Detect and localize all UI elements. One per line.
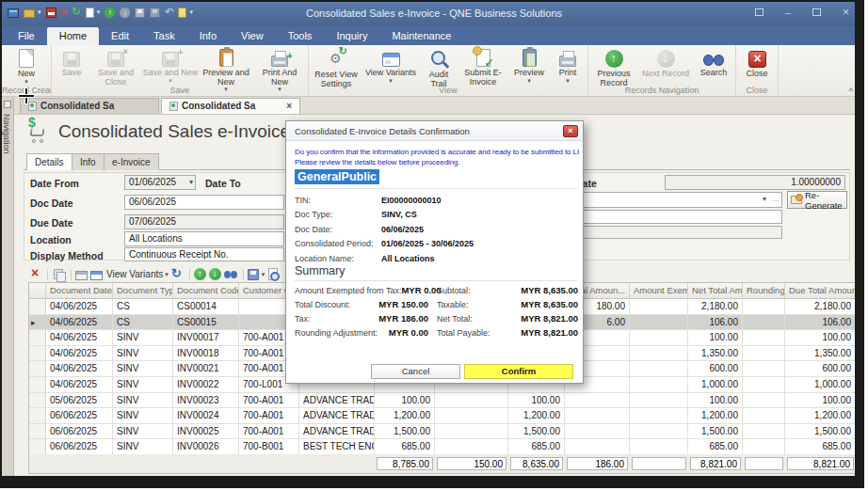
grid-cell[interactable] bbox=[743, 408, 785, 424]
tab-close-icon[interactable]: × bbox=[286, 101, 292, 111]
location-input[interactable]: All Locations bbox=[124, 231, 284, 246]
grid-cell[interactable] bbox=[435, 424, 508, 440]
grid-cell[interactable]: 685.00 bbox=[375, 439, 435, 455]
grid-cell[interactable] bbox=[743, 439, 785, 455]
grid-cell[interactable]: ADVANCE TRADING... bbox=[299, 424, 375, 440]
delete-icon[interactable]: × bbox=[61, 6, 68, 18]
grid-cell[interactable]: 1,500.00 bbox=[375, 424, 435, 440]
tab-inquiry[interactable]: Inquiry bbox=[324, 27, 379, 45]
grid-cell[interactable]: 685.00 bbox=[688, 439, 743, 455]
grid-cell[interactable]: SINV bbox=[113, 408, 173, 424]
grid-cell[interactable]: SINV bbox=[113, 361, 173, 377]
grid-cell[interactable] bbox=[743, 315, 785, 331]
grid-cell[interactable]: 04/06/2025 bbox=[46, 346, 113, 362]
grid-cell[interactable] bbox=[743, 393, 785, 409]
reset-view-settings-button[interactable]: Reset View Settings bbox=[311, 47, 362, 88]
tab-details[interactable]: Details bbox=[26, 153, 72, 170]
grid-cell[interactable]: 1,500.00 bbox=[508, 424, 565, 440]
preview-button[interactable]: Preview ▾ bbox=[508, 47, 550, 84]
grid-cell[interactable]: 685.00 bbox=[785, 439, 856, 455]
grid-cell[interactable] bbox=[630, 346, 688, 362]
grid-row[interactable]: 06/06/2025SINVINV00024700-A001ADVANCE TR… bbox=[29, 408, 856, 424]
date-from-input[interactable]: 01/06/2025▾ bbox=[124, 175, 196, 190]
grid-cell[interactable]: SINV bbox=[113, 439, 173, 455]
grid-cell[interactable]: SINV bbox=[113, 330, 173, 346]
grid-cell[interactable]: INV00026 bbox=[173, 439, 239, 455]
grid-cell[interactable] bbox=[565, 408, 630, 424]
print-preview-icon[interactable] bbox=[268, 268, 278, 280]
refresh-icon[interactable] bbox=[170, 268, 185, 281]
grid-cell[interactable] bbox=[630, 393, 688, 409]
grid-cell[interactable]: SINV bbox=[113, 424, 173, 440]
grid-cell[interactable]: 06/06/2025 bbox=[46, 424, 113, 440]
grid-cell[interactable]: 06/06/2025 bbox=[46, 408, 113, 424]
document-tab[interactable]: Consolidated Sa bbox=[20, 98, 159, 114]
close-button[interactable]: Close bbox=[738, 47, 776, 79]
grid-cell[interactable]: 1,200.00 bbox=[785, 408, 856, 424]
previous-record-button[interactable]: Previous Record bbox=[590, 47, 637, 87]
grid-header-cell[interactable]: Rounding... bbox=[743, 283, 785, 299]
grid-cell[interactable]: 685.00 bbox=[508, 439, 565, 455]
grid-cell[interactable] bbox=[743, 330, 785, 346]
grid-cell[interactable]: INV00025 bbox=[173, 424, 239, 440]
display-method-input[interactable]: Continuous Receipt No. bbox=[124, 247, 284, 261]
grid-cell[interactable] bbox=[435, 439, 508, 455]
chevron-down-icon[interactable]: ▾ bbox=[97, 8, 101, 16]
grid-cell[interactable] bbox=[435, 393, 508, 409]
new-document-icon[interactable] bbox=[86, 8, 94, 18]
grid-cell[interactable] bbox=[565, 393, 630, 409]
grid-cell[interactable]: 106.00 bbox=[688, 315, 743, 331]
grid-cell[interactable]: SINV bbox=[113, 377, 173, 393]
grid-header-cell[interactable]: Document Type bbox=[113, 283, 173, 299]
grid-cell[interactable] bbox=[743, 424, 785, 440]
previous-record-icon[interactable]: ↑ bbox=[104, 8, 115, 18]
grid-cell[interactable]: SINV bbox=[113, 393, 173, 409]
doc-date-input[interactable]: 06/06/2025 bbox=[124, 195, 284, 210]
grid-cell[interactable]: 600.00 bbox=[785, 361, 856, 377]
open-icon[interactable] bbox=[24, 9, 35, 18]
grid-header-cell[interactable]: Due Total Amount... bbox=[785, 283, 856, 299]
tab-edit[interactable]: Edit bbox=[99, 27, 141, 45]
view-variants-button[interactable]: View Variants ▾ bbox=[362, 47, 420, 84]
undo-icon[interactable]: ↶ bbox=[165, 6, 173, 18]
grid-cell[interactable] bbox=[630, 408, 688, 424]
print-button[interactable]: Print ▾ bbox=[550, 47, 586, 84]
grid-cell[interactable] bbox=[565, 439, 630, 455]
grid-cell[interactable] bbox=[435, 408, 508, 424]
grid-row[interactable]: 06/06/2025SINVINV00026700-B001BEST TECH … bbox=[29, 439, 856, 455]
grid-cell[interactable]: 04/06/2025 bbox=[46, 330, 113, 346]
grid-cell[interactable]: 100.00 bbox=[785, 393, 856, 409]
grid-cell[interactable]: 1,200.00 bbox=[508, 408, 565, 424]
grid-cell[interactable]: 04/06/2025 bbox=[46, 361, 113, 377]
ribbon-collapse-icon[interactable]: ^ bbox=[849, 87, 853, 96]
grid-cell[interactable] bbox=[743, 361, 785, 377]
grid-cell[interactable]: 04/06/2025 bbox=[46, 377, 113, 393]
tab-view[interactable]: View bbox=[229, 27, 276, 45]
chevron-down-icon[interactable]: ▾ bbox=[189, 178, 193, 186]
search-button[interactable]: Search bbox=[694, 47, 733, 78]
grid-cell[interactable] bbox=[630, 377, 688, 393]
grid-cell[interactable]: CS00015 bbox=[173, 315, 239, 331]
grid-header-cell[interactable] bbox=[29, 283, 46, 299]
grid-cell[interactable]: 700-A001 bbox=[239, 408, 299, 424]
grid-cell[interactable] bbox=[743, 377, 785, 393]
delete-row-icon[interactable] bbox=[28, 268, 43, 281]
grid-cell[interactable]: 100.00 bbox=[785, 330, 856, 346]
grid-cell[interactable] bbox=[630, 439, 688, 455]
grid-cell[interactable]: 04/06/2025 bbox=[46, 299, 113, 315]
rate-input[interactable]: 1.00000000 bbox=[665, 175, 845, 190]
find-icon[interactable] bbox=[224, 268, 239, 281]
grid-cell[interactable]: 1,350.00 bbox=[785, 346, 856, 362]
grid-row[interactable]: 06/06/2025SINVINV00025700-A001ADVANCE TR… bbox=[29, 424, 856, 440]
save-layout-icon[interactable] bbox=[248, 269, 259, 280]
grid-header-cell[interactable]: Amount Exemp... bbox=[630, 283, 688, 299]
grid-cell[interactable]: 106.00 bbox=[785, 315, 856, 331]
grid-cell[interactable]: 600.00 bbox=[688, 361, 743, 377]
tab-file[interactable]: File bbox=[6, 27, 47, 45]
regenerate-button[interactable]: Re-Generate bbox=[787, 191, 847, 209]
tab-e-invoice[interactable]: e-Invoice bbox=[104, 153, 159, 170]
grid-cell[interactable] bbox=[743, 299, 785, 315]
grid-cell[interactable]: 100.00 bbox=[688, 393, 743, 409]
new-button[interactable]: New ▾ bbox=[4, 47, 49, 85]
submit-einvoice-button[interactable]: Submit E-Invoice bbox=[458, 47, 508, 87]
